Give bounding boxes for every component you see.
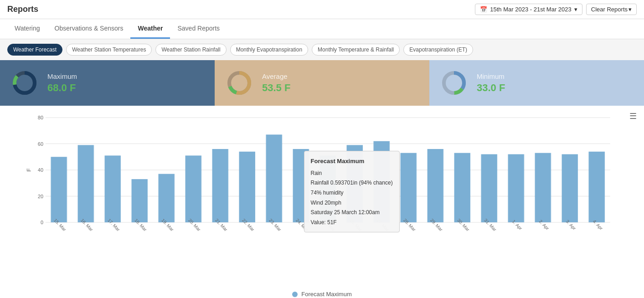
stat-card-min: Minimum 33.0 F	[429, 60, 644, 106]
date-range-label: 15th Mar 2023 - 21st Mar 2023	[490, 6, 572, 13]
legend-label: Forecast Maximum	[301, 291, 352, 298]
svg-point-7	[233, 77, 246, 89]
chart-area: ☰ Forecast Maximum Rain Rainfall 0.59370…	[0, 106, 644, 298]
stat-max-label: Maximum	[47, 72, 77, 80]
tab-weather[interactable]: Weather	[130, 19, 170, 39]
stat-card-avg: Average 53.5 F	[215, 60, 429, 106]
svg-point-3	[18, 77, 31, 89]
donut-max	[11, 69, 38, 97]
tab-saved[interactable]: Saved Reports	[170, 19, 227, 39]
chart-container: Forecast Maximum Rain Rainfall 0.593701i…	[7, 113, 637, 286]
sub-tab-monthly-et[interactable]: Monthly Evapotranspiration	[230, 44, 308, 56]
sub-tab-ws-temp[interactable]: Weather Station Temperatures	[66, 44, 152, 56]
stat-avg-value: 53.5 F	[262, 82, 290, 94]
stat-avg-label: Average	[262, 72, 290, 80]
sub-tab-ws-rain[interactable]: Weather Station Rainfall	[155, 44, 226, 56]
stat-min-value: 33.0 F	[477, 82, 505, 94]
header-controls: 📅 15th Mar 2023 - 21st Mar 2023 ▾ Clear …	[475, 4, 637, 15]
stat-min-label: Minimum	[477, 72, 505, 80]
date-range-picker[interactable]: 📅 15th Mar 2023 - 21st Mar 2023 ▾	[475, 4, 582, 15]
legend-dot	[292, 292, 298, 297]
sub-tab-et[interactable]: Evapotranspiration (ET)	[403, 44, 473, 56]
stat-cards: Maximum 68.0 F Average 53.5 F	[0, 60, 644, 106]
tab-watering[interactable]: Watering	[7, 19, 47, 39]
svg-point-11	[448, 77, 460, 89]
stat-max-value: 68.0 F	[47, 82, 77, 94]
stat-info-avg: Average 53.5 F	[262, 72, 290, 94]
clear-reports-label: Clear Reports	[591, 6, 628, 13]
sub-tabs: Weather Forecast Weather Station Tempera…	[0, 39, 644, 60]
donut-min	[440, 69, 468, 97]
calendar-icon: 📅	[480, 6, 487, 13]
tab-observations[interactable]: Observations & Sensors	[47, 19, 131, 39]
page-title: Reports	[7, 5, 38, 14]
stat-info-max: Maximum 68.0 F	[47, 72, 77, 94]
sub-tab-forecast[interactable]: Weather Forecast	[7, 44, 62, 56]
chevron-down-icon: ▾	[574, 6, 577, 13]
header: Reports 📅 15th Mar 2023 - 21st Mar 2023 …	[0, 0, 644, 19]
nav-tabs: Watering Observations & Sensors Weather …	[0, 19, 644, 39]
chevron-down-icon: ▾	[629, 6, 632, 13]
clear-reports-button[interactable]: Clear Reports ▾	[586, 4, 637, 15]
donut-avg	[226, 69, 253, 97]
stat-card-max: Maximum 68.0 F	[0, 60, 215, 106]
stat-info-min: Minimum 33.0 F	[477, 72, 505, 94]
sub-tab-monthly-temp-rain[interactable]: Monthly Temperature & Rainfall	[312, 44, 400, 56]
chart-legend: Forecast Maximum	[7, 286, 637, 298]
